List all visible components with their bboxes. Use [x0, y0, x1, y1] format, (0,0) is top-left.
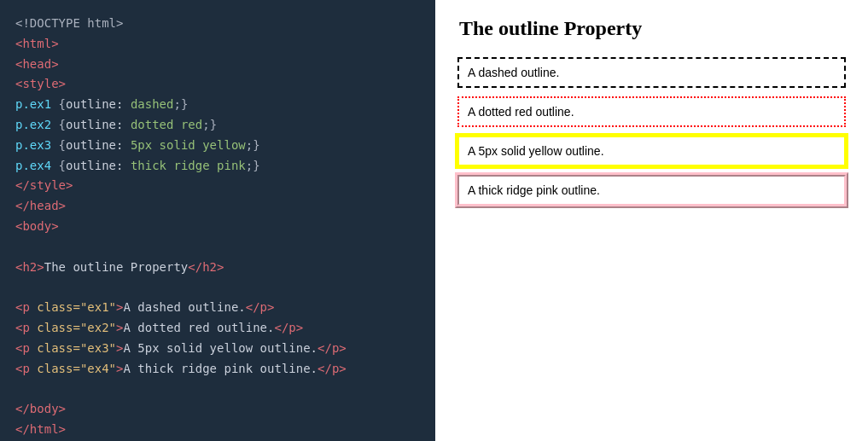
code-line-head-open: <head> — [15, 55, 420, 75]
preview-panel: The outline Property A dashed outline. A… — [435, 0, 868, 441]
code-line-html-open: <html> — [15, 34, 420, 55]
code-line-doctype: <!DOCTYPE html> — [15, 14, 420, 34]
code-line-html-close: </html> — [15, 420, 420, 440]
code-line-head-close: </head> — [15, 196, 420, 217]
preview-title: The outline Property — [459, 17, 844, 40]
preview-ex2: A dotted red outline. — [459, 98, 844, 125]
code-line-style-open: <style> — [15, 74, 420, 95]
code-line-body-open: <body> — [15, 217, 420, 237]
preview-ex3: A 5px solid yellow outline. — [459, 137, 844, 165]
code-empty-2 — [15, 277, 420, 298]
code-panel: <!DOCTYPE html> <html> <head> <style> p.… — [0, 0, 435, 441]
code-line-ex2: p.ex2 {outline: dotted red;} — [15, 115, 420, 136]
code-line-p3: <p class="ex3">A 5px solid yellow outlin… — [15, 339, 420, 359]
code-empty-3 — [15, 379, 420, 399]
code-line-h2: <h2>The outline Property</h2> — [15, 258, 420, 278]
code-empty-1 — [15, 237, 420, 258]
code-line-body-close: </body> — [15, 399, 420, 420]
code-line-p2: <p class="ex2">A dotted red outline.</p> — [15, 318, 420, 339]
preview-ex1: A dashed outline. — [459, 59, 844, 86]
code-line-p4: <p class="ex4">A thick ridge pink outlin… — [15, 359, 420, 380]
code-line-ex1: p.ex1 {outline: dashed;} — [15, 95, 420, 115]
code-line-p1: <p class="ex1">A dashed outline.</p> — [15, 298, 420, 318]
code-line-ex4: p.ex4 {outline: thick ridge pink;} — [15, 156, 420, 177]
preview-ex4: A thick ridge pink outline. — [459, 177, 844, 204]
code-line-ex3: p.ex3 {outline: 5px solid yellow;} — [15, 136, 420, 156]
code-line-style-close: </style> — [15, 176, 420, 196]
